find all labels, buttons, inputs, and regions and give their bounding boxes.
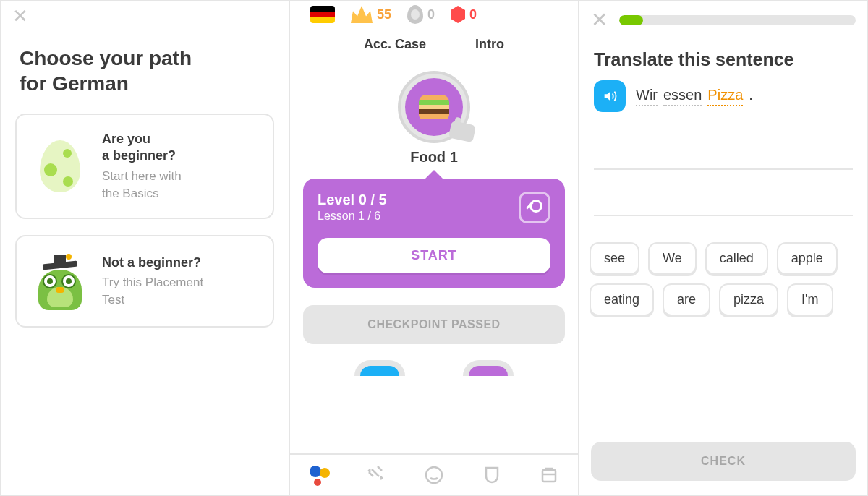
crowns-count: 55 <box>377 7 391 22</box>
chip-we[interactable]: We <box>648 242 697 275</box>
skill-circle-peek-2[interactable] <box>463 360 514 376</box>
nav-profile-tab[interactable] <box>422 463 446 487</box>
skill-name-label: Food 1 <box>290 149 578 166</box>
face-icon <box>422 463 446 487</box>
skill-label-acc-case[interactable]: Acc. Case <box>364 37 426 52</box>
check-button[interactable]: CHECK <box>591 442 856 481</box>
chip-called[interactable]: called <box>705 242 768 275</box>
dumbbell-icon <box>365 463 388 487</box>
placement-card-title: Not a beginner? <box>102 255 258 271</box>
chip-apple[interactable]: apple <box>777 242 838 275</box>
close-icon[interactable]: ✕ <box>12 5 28 27</box>
word-bank: see We called apple eating are pizza I'm <box>590 242 857 316</box>
prompt-sentence: Wir essen Pizza. <box>636 87 753 106</box>
chip-are[interactable]: are <box>663 283 710 316</box>
checkpoint-badge: CHECKPOINT PASSED <box>303 305 565 344</box>
german-flag-icon <box>310 6 335 23</box>
test-out-button[interactable] <box>519 192 550 223</box>
top-stats-bar: 55 0 0 <box>290 1 578 27</box>
chip-pizza[interactable]: pizza <box>719 283 778 316</box>
streak-stat[interactable]: 0 <box>407 5 435 24</box>
close-icon[interactable]: ✕ <box>591 8 608 32</box>
shop-icon <box>537 463 561 487</box>
skill-food-1[interactable] <box>399 72 469 142</box>
word-pizza[interactable]: Pizza <box>707 87 743 106</box>
sentence-period: . <box>749 87 753 103</box>
graduate-owl-icon <box>31 252 89 310</box>
key-icon <box>527 200 542 215</box>
progress-fill <box>619 15 643 25</box>
chip-im[interactable]: I'm <box>787 283 833 316</box>
nav-shop-tab[interactable] <box>537 463 561 487</box>
progress-bar <box>619 15 856 25</box>
play-audio-button[interactable] <box>594 80 626 112</box>
skill-circle-peek-1[interactable] <box>354 360 405 376</box>
beginner-card-subtitle: Start here with the Basics <box>102 168 258 202</box>
word-wir[interactable]: Wir <box>636 87 658 106</box>
crowns-stat[interactable]: 55 <box>351 6 391 23</box>
exercise-panel: ✕ Translate this sentence Wir essen Pizz… <box>579 0 868 496</box>
egg-icon <box>31 140 89 192</box>
crown-icon <box>351 6 373 23</box>
chip-eating[interactable]: eating <box>590 283 654 316</box>
speaker-icon <box>602 88 618 104</box>
placement-card-subtitle: Try this Placement Test <box>102 274 258 309</box>
tooltip-lesson: Lesson 1 / 6 <box>318 210 387 223</box>
pointer-hand-icon <box>448 121 476 143</box>
gems-stat[interactable]: 0 <box>451 6 477 23</box>
shield-icon <box>480 463 503 487</box>
gem-icon <box>451 6 465 23</box>
streak-count: 0 <box>427 7 435 22</box>
beginner-card-title: Are you a beginner? <box>102 131 258 165</box>
skill-tree-panel: 55 0 0 Acc. Case Intro Food 1 Level 0 / … <box>289 0 579 496</box>
svg-rect-1 <box>542 470 556 482</box>
next-skill-row <box>290 360 578 376</box>
chip-see[interactable]: see <box>590 242 639 275</box>
start-button[interactable]: START <box>318 238 550 273</box>
nav-learn-tab[interactable] <box>307 463 331 487</box>
nav-practice-tab[interactable] <box>365 463 388 487</box>
skill-row-labels: Acc. Case Intro <box>290 37 578 52</box>
nav-leagues-tab[interactable] <box>480 463 503 487</box>
bottom-nav <box>290 453 578 495</box>
placement-test-card[interactable]: Not a beginner? Try this Placement Test <box>15 235 274 328</box>
title-line-2: for German <box>20 72 129 95</box>
tooltip-level: Level 0 / 5 <box>318 192 387 208</box>
beginner-card[interactable]: Are you a beginner? Start here with the … <box>15 114 274 219</box>
answer-slots[interactable] <box>594 141 853 216</box>
flame-icon <box>407 5 423 24</box>
skill-label-intro[interactable]: Intro <box>475 37 504 52</box>
gems-count: 0 <box>469 7 477 22</box>
svg-point-0 <box>426 467 442 483</box>
course-flag-button[interactable] <box>310 6 335 23</box>
page-title: Choose your path for German <box>20 46 270 96</box>
word-essen[interactable]: essen <box>663 87 702 106</box>
title-line-1: Choose your path <box>20 47 192 69</box>
skill-tooltip: Level 0 / 5 Lesson 1 / 6 START <box>303 179 565 288</box>
exercise-title: Translate this sentence <box>594 49 853 70</box>
onboarding-panel: ✕ Choose your path for German Are you a … <box>0 0 289 496</box>
